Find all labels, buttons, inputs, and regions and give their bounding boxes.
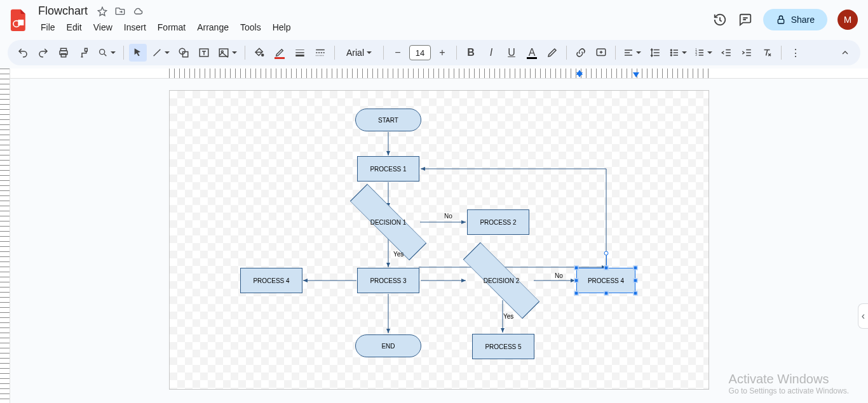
line-tool[interactable] (149, 44, 172, 62)
move-icon[interactable] (114, 6, 126, 17)
edge-label-d1-yes: Yes (393, 251, 403, 258)
comments-icon[interactable] (738, 12, 753, 27)
node-process-4-right[interactable]: PROCESS 4 (576, 268, 635, 293)
italic-button[interactable]: I (482, 44, 500, 62)
node-end[interactable]: END (355, 334, 421, 357)
bold-button[interactable]: B (462, 44, 480, 62)
share-button[interactable]: Share (763, 9, 827, 30)
ruler-marker-left-indent[interactable] (576, 70, 583, 75)
redo-button[interactable] (34, 44, 52, 62)
print-button[interactable] (55, 44, 72, 62)
history-icon[interactable] (712, 12, 728, 27)
drawing-page[interactable]: START PROCESS 1 DECISION 1 PROCESS 2 PRO… (169, 90, 709, 390)
selection-handle-se[interactable] (634, 291, 638, 296)
svg-rect-8 (183, 52, 188, 57)
menu-edit[interactable]: Edit (62, 20, 87, 35)
svg-rect-2 (778, 19, 783, 23)
node-process-1[interactable]: PROCESS 1 (357, 156, 419, 182)
numbered-list-button[interactable]: 123 (692, 44, 715, 62)
border-weight-button[interactable] (291, 44, 309, 62)
menu-file[interactable]: File (36, 20, 60, 35)
edge-label-d2-no: No (555, 272, 563, 279)
selection-handle-w[interactable] (574, 279, 579, 283)
node-process-5[interactable]: PROCESS 5 (472, 334, 534, 359)
lock-icon (776, 15, 786, 25)
doc-title[interactable]: Flowchart (36, 4, 90, 18)
cloud-status-icon[interactable] (132, 6, 144, 17)
node-process-4-left[interactable]: PROCESS 4 (240, 268, 302, 293)
menu-tools[interactable]: Tools (235, 20, 266, 35)
line-spacing-button[interactable] (646, 44, 664, 62)
font-size-decrease[interactable]: − (389, 44, 407, 62)
drawings-app-icon[interactable] (8, 8, 31, 31)
canvas[interactable]: START PROCESS 1 DECISION 1 PROCESS 2 PRO… (10, 79, 868, 403)
node-process-3[interactable]: PROCESS 3 (357, 268, 419, 293)
vertical-ruler (0, 69, 10, 403)
svg-point-6 (100, 50, 105, 55)
svg-rect-10 (219, 49, 228, 56)
svg-point-14 (670, 50, 672, 51)
font-size-input[interactable]: 14 (409, 45, 431, 60)
selection-rotation-handle[interactable] (604, 251, 609, 256)
menu-view[interactable]: View (88, 20, 118, 35)
selection-handle-nw[interactable] (574, 266, 579, 270)
text-color-button[interactable]: A (523, 44, 541, 62)
node-decision-2[interactable]: DECISION 2 (459, 260, 543, 301)
menu-arrange[interactable]: Arrange (192, 20, 234, 35)
edge-label-d2-yes: Yes (503, 313, 513, 320)
connectors (170, 91, 360, 186)
image-tool[interactable] (215, 44, 240, 62)
selection-handle-sw[interactable] (574, 291, 579, 296)
node-process-2[interactable]: PROCESS 2 (467, 209, 529, 235)
decrease-indent-button[interactable] (717, 44, 735, 62)
edge-label-d1-no: No (444, 213, 452, 220)
textbox-tool[interactable] (195, 44, 213, 62)
undo-button[interactable] (14, 44, 32, 62)
svg-point-12 (262, 54, 264, 56)
font-size-increase[interactable]: + (433, 44, 451, 62)
share-label: Share (791, 15, 815, 25)
insert-link-button[interactable] (572, 44, 590, 62)
clear-formatting-button[interactable] (758, 44, 776, 62)
windows-watermark: Activate Windows Go to Settings to activ… (729, 372, 849, 395)
svg-point-16 (670, 55, 672, 56)
account-avatar[interactable]: M (837, 10, 858, 30)
border-dash-button[interactable] (311, 44, 329, 62)
shape-tool[interactable] (175, 44, 193, 62)
svg-point-15 (670, 52, 672, 53)
increase-indent-button[interactable] (738, 44, 756, 62)
toolbar: Arial − 14 + B I U A 123 ⋮ (8, 40, 860, 65)
ruler-marker-right[interactable] (633, 72, 639, 77)
svg-rect-1 (18, 20, 24, 25)
paint-format-button[interactable] (75, 44, 93, 62)
underline-button[interactable]: U (503, 44, 520, 62)
menu-insert[interactable]: Insert (119, 20, 151, 35)
selection-handle-n[interactable] (604, 266, 609, 270)
bulleted-list-button[interactable] (667, 44, 689, 62)
menu-format[interactable]: Format (153, 20, 191, 35)
star-icon[interactable] (97, 6, 108, 17)
selection-handle-s[interactable] (604, 291, 609, 296)
border-color-button[interactable] (271, 44, 288, 62)
font-family-dropdown[interactable]: Arial (340, 44, 378, 62)
fill-color-button[interactable] (250, 44, 268, 62)
node-decision-1[interactable]: DECISION 1 (346, 201, 430, 243)
menu-help[interactable]: Help (268, 20, 296, 35)
svg-text:3: 3 (695, 53, 697, 56)
node-start[interactable]: START (355, 109, 421, 131)
align-dropdown[interactable] (621, 44, 644, 62)
collapse-toolbar-button[interactable] (836, 44, 854, 62)
selection-handle-e[interactable] (634, 279, 638, 283)
side-panel-toggle[interactable]: ‹ (858, 303, 868, 329)
horizontal-ruler (10, 69, 868, 79)
selection-handle-ne[interactable] (634, 266, 638, 270)
highlight-button[interactable] (543, 44, 561, 62)
insert-comment-button[interactable] (592, 44, 610, 62)
more-button[interactable]: ⋮ (787, 44, 804, 62)
select-tool[interactable] (129, 44, 147, 62)
zoom-dropdown[interactable] (95, 44, 118, 62)
